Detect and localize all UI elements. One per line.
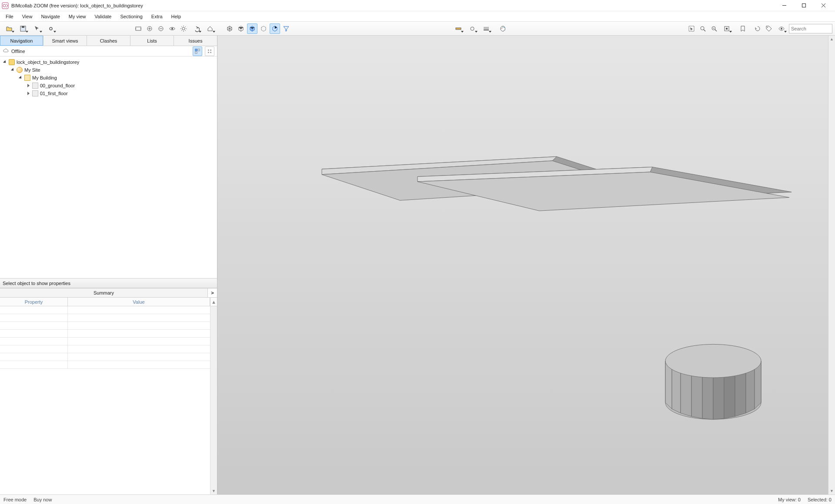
model-tree[interactable]: lock_object_to_buildingstorey My Site My… [0,56,217,278]
menu-help[interactable]: Help [167,13,186,20]
scroll-down-icon[interactable]: ▼ [210,487,217,494]
toolbar-group-file [3,23,57,34]
revert-button[interactable] [752,23,763,34]
tree-label: 00_ground_floor [40,83,75,88]
edges-button[interactable] [270,23,280,34]
table-row[interactable] [0,306,210,314]
tab-clashes[interactable]: Clashes [87,36,130,46]
svg-rect-2 [802,4,806,7]
sun-button[interactable] [178,23,189,34]
status-buy-now[interactable]: Buy now [33,497,52,502]
side-tabs: Navigation Smart views Clashes Lists Iss… [0,36,217,46]
tree-storey[interactable]: 01_first_floor [1,90,216,97]
menu-extra[interactable]: Extra [147,13,167,20]
properties-tab-next[interactable]: > [207,288,217,297]
search-input[interactable] [789,24,832,33]
table-row[interactable] [0,338,210,345]
menu-sectioning[interactable]: Sectioning [116,13,147,20]
select-all-button[interactable] [686,23,697,34]
tab-navigation[interactable]: Navigation [0,36,43,46]
wireframe-button[interactable] [224,23,235,34]
tab-smart-views[interactable]: Smart views [43,36,87,46]
undo-button[interactable] [190,23,203,34]
scroll-up-icon[interactable]: ▲ [210,298,217,306]
menu-file[interactable]: File [1,13,18,20]
table-row[interactable] [0,314,210,322]
expand-icon[interactable] [3,60,7,64]
expand-icon[interactable] [18,76,23,80]
expand-icon[interactable] [26,91,30,96]
svg-point-12 [471,27,474,30]
side-panel: Navigation Smart views Clashes Lists Iss… [0,36,217,494]
table-row[interactable] [0,353,210,361]
open-button[interactable] [3,23,16,34]
table-row[interactable] [0,330,210,338]
tree-mode-icon[interactable] [193,46,202,56]
transparent-button[interactable] [258,23,269,34]
visibility-button[interactable] [775,23,788,34]
properties-empty-area: ▼ [0,401,217,495]
lineweight-button[interactable] [480,23,493,34]
app-icon [2,2,9,9]
svg-rect-23 [195,49,197,50]
zoom-selection-button[interactable] [698,23,708,34]
home-view-button[interactable] [204,23,217,34]
svg-rect-5 [136,27,141,30]
building-icon [24,75,30,81]
tree-storey[interactable]: 00_ground_floor [1,82,216,90]
find-button[interactable] [709,23,719,34]
color-by-button[interactable] [452,23,465,34]
tab-issues[interactable]: Issues [174,36,217,46]
filter-button[interactable] [281,23,291,34]
properties-tabbar: Summary > [0,288,217,298]
tree-site[interactable]: My Site [1,66,216,74]
col-value[interactable]: Value [68,298,210,306]
zoom-in-button[interactable] [144,23,155,34]
table-row[interactable] [0,361,210,369]
pattern-button[interactable] [466,23,479,34]
tag-button[interactable] [764,23,774,34]
scroll-down-icon[interactable]: ▼ [828,487,835,494]
minimize-button[interactable] [775,0,794,11]
expand-icon[interactable] [26,83,30,88]
palette-button[interactable] [498,23,508,34]
table-row[interactable] [0,322,210,330]
isolate-button[interactable] [720,23,733,34]
scroll-up-icon[interactable]: ▲ [828,36,835,43]
tree-label: lock_object_to_buildingstorey [17,60,79,65]
orbit-button[interactable] [167,23,177,34]
svg-point-8 [171,28,173,30]
col-property[interactable]: Property [0,298,68,306]
menu-navigate[interactable]: Navigate [37,13,64,20]
viewport-scrollbar[interactable]: ▲ ▼ [828,36,835,494]
hidden-line-button[interactable] [236,23,246,34]
menu-validate[interactable]: Validate [90,13,116,20]
menu-myview[interactable]: My view [64,13,90,20]
svg-marker-49 [681,371,691,417]
viewport-3d[interactable]: ▲ ▼ [217,36,835,494]
maximize-button[interactable] [794,0,814,11]
table-row[interactable] [0,345,210,353]
close-button[interactable] [814,0,833,11]
tree-building[interactable]: My Building [1,74,216,82]
tree-project[interactable]: lock_object_to_buildingstorey [1,58,216,66]
group-mode-icon[interactable] [205,46,214,56]
properties-scrollbar[interactable] [210,306,217,401]
svg-point-14 [502,27,503,27]
save-button[interactable] [17,23,30,34]
status-mode[interactable]: Free mode [3,497,27,502]
toolbar-group-render [224,23,291,34]
expand-icon[interactable] [10,68,15,72]
zoom-extents-button[interactable] [133,23,144,34]
tab-lists[interactable]: Lists [130,36,174,46]
shaded-button[interactable] [247,23,257,34]
svg-point-57 [665,344,761,378]
bookmark-button[interactable] [738,23,748,34]
properties-columns: Property Value ▲ [0,298,217,306]
link-button[interactable] [44,23,57,34]
select-mode-button[interactable] [30,23,43,34]
svg-point-22 [781,28,782,30]
zoom-out-button[interactable] [156,23,166,34]
properties-tab-summary[interactable]: Summary [0,288,207,297]
menu-view[interactable]: View [18,13,37,20]
